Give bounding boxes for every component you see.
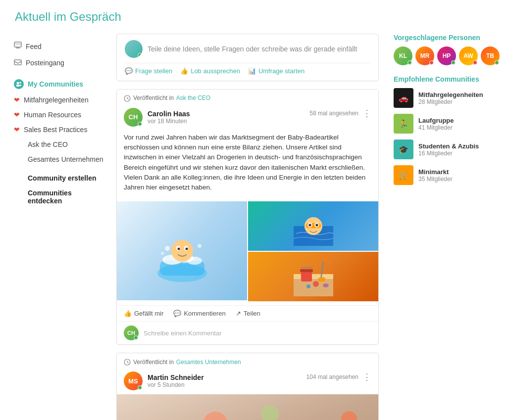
svg-point-21: [185, 248, 188, 250]
community-item-mitfahrgelegenheiten[interactable]: 🚗 Mitfahrgelegenheiten 28 Mitglieder: [394, 88, 488, 108]
share-icon-1: ↗: [236, 310, 241, 317]
like-button-1[interactable]: 👍 Gefällt mir: [124, 310, 163, 317]
sidebar-item-mitfahrgelegenheiten[interactable]: ❤ Mitfahrgelegenheiten: [10, 93, 109, 107]
post-views-1: 58 mal angesehen: [309, 110, 358, 117]
community-item-laufgruppe[interactable]: 🏃 Laufgruppe 41 Mitglieder: [394, 114, 488, 134]
community-item-minimarkt[interactable]: 🛒 Minimarkt 35 Mitglieder: [394, 165, 488, 185]
like-label-1: Gefällt mir: [134, 310, 163, 317]
person-dot-3: [451, 60, 456, 65]
post-avatar-dot-1: [138, 122, 142, 126]
page-title: Aktuell im Gespräch: [15, 10, 492, 24]
post-comment-row-1: CH Schreibe einen Kommentar: [117, 321, 378, 344]
community-members-3: 16 Mitglieder: [418, 150, 479, 157]
post-menu-button-2[interactable]: ⋮: [362, 372, 371, 382]
community-erstellen-label: Community erstellen: [28, 174, 96, 182]
post-actions-1: 👍 Gefällt mir 💬 Kommentieren ↗ Teilen: [117, 305, 378, 321]
composer-avatar-online-dot: [138, 53, 142, 57]
composer-action-lob[interactable]: 👍 Lob aussprechen: [180, 67, 240, 75]
svg-line-11: [127, 98, 129, 99]
comment-avatar-dot-1: [134, 335, 138, 340]
community-members-1: 28 Mitglieder: [418, 98, 483, 105]
recommended-communities-title: Empfohlene Communities: [394, 75, 488, 83]
community-thumb-2: 🏃: [394, 114, 413, 134]
mitfahrgelegenheiten-label: Mitfahrgelegenheiten: [24, 96, 89, 104]
sidebar-item-gesamtes-unternehmen[interactable]: Gesamtes Unternehmen: [10, 152, 109, 166]
chart-icon: 📊: [248, 67, 256, 75]
human-resources-label: Human Resources: [24, 111, 81, 119]
person-dot-1: [407, 60, 412, 65]
person-dot-5: [495, 60, 499, 65]
content-area: Teile deine Ideen, stelle Fragen oder sc…: [109, 34, 386, 420]
person-dot-2: [429, 60, 434, 65]
gesamtes-unternehmen-label: Gesamtes Unternehmen: [28, 155, 103, 163]
community-thumb-1: 🚗: [394, 88, 413, 108]
sidebar-item-my-communities[interactable]: My Communities: [10, 76, 109, 92]
post-images-1: [117, 201, 378, 301]
sidebar-item-posteingang[interactable]: Posteingang: [10, 55, 109, 70]
person-dot-4: [473, 60, 477, 65]
my-communities-label: My Communities: [28, 80, 83, 88]
svg-line-44: [127, 362, 129, 363]
community-name-1: Mitfahrgelegenheiten: [418, 91, 483, 98]
inbox-icon: [14, 58, 22, 67]
post-header-1: CH Carolin Haas vor 18 Minuten 58 mal an…: [117, 104, 378, 131]
sidebar-item-feed[interactable]: Feed: [10, 39, 109, 54]
post-menu-button-1[interactable]: ⋮: [362, 108, 371, 119]
sidebar: Feed Posteingang: [0, 34, 109, 420]
post-publish-icon-1: [124, 94, 131, 102]
svg-point-40: [306, 284, 310, 288]
post-author-name-1: Carolin Haas: [148, 110, 190, 118]
post-published-in-label-2: Veröffentlicht in: [133, 359, 174, 366]
composer-lob-label: Lob aussprechen: [191, 67, 240, 75]
post-image-baby: [117, 201, 247, 301]
community-name-2: Laufgruppe: [418, 117, 454, 124]
share-button-1[interactable]: ↗ Teilen: [236, 310, 260, 317]
sidebar-item-community-erstellen[interactable]: Community erstellen: [10, 171, 109, 185]
sidebar-item-sales-best-practices[interactable]: ❤ Sales Best Practices: [10, 123, 109, 137]
suggested-persons-section: Vorgeschlagene Personen KL MR HP: [394, 34, 488, 65]
post-image-pool: [248, 201, 378, 251]
sidebar-item-human-resources[interactable]: ❤ Human Resources: [10, 108, 109, 122]
recommended-communities-section: Empfohlene Communities 🚗 Mitfahrgelegenh…: [394, 75, 488, 185]
suggested-person-5[interactable]: TB: [481, 47, 500, 65]
svg-point-39: [313, 281, 319, 287]
svg-point-8: [19, 85, 22, 86]
comment-button-1[interactable]: 💬 Kommentieren: [173, 310, 226, 317]
community-members-4: 35 Mitglieder: [418, 176, 453, 183]
post-community-link-2[interactable]: Gesamtes Unternehmen: [176, 359, 241, 366]
community-item-studenten-azubis[interactable]: 🎓 Studenten & Azubis 16 Mitglieder: [394, 140, 488, 159]
share-label-1: Teilen: [244, 310, 260, 317]
svg-point-38: [318, 277, 326, 282]
composer-action-umfrage[interactable]: 📊 Umfrage starten: [248, 67, 304, 75]
svg-point-7: [16, 85, 20, 87]
composer-placeholder-text[interactable]: Teile deine Ideen, stelle Fragen oder sc…: [148, 45, 370, 53]
like-icon-1: 👍: [124, 310, 132, 317]
suggested-persons-list: KL MR HP AW: [394, 47, 488, 65]
comment-avatar-1: CH: [124, 326, 139, 340]
suggested-person-4[interactable]: AW: [459, 47, 478, 65]
suggested-persons-title: Vorgeschlagene Personen: [394, 34, 488, 42]
suggested-person-1[interactable]: KL: [394, 47, 412, 65]
post-publish-icon-2: [124, 358, 131, 366]
post-community-link-1[interactable]: Ask the CEO: [176, 94, 210, 101]
suggested-person-2[interactable]: MR: [415, 47, 434, 65]
svg-point-22: [165, 246, 170, 251]
svg-rect-33: [294, 274, 333, 279]
chat-icon: 💬: [125, 67, 133, 75]
svg-rect-35: [300, 269, 313, 272]
post-card-1: Veröffentlicht in Ask the CEO CH Carolin…: [116, 89, 379, 345]
post-avatar-1: CH: [124, 108, 143, 127]
sidebar-item-communities-entdecken[interactable]: Communities entdecken: [10, 186, 109, 208]
heart-icon-1: ❤: [14, 96, 20, 104]
svg-point-20: [177, 248, 180, 250]
svg-point-6: [19, 82, 21, 84]
comment-placeholder-1[interactable]: Schreibe einen Kommentar: [144, 329, 371, 337]
sidebar-item-ask-the-ceo[interactable]: Ask the CEO: [10, 138, 109, 151]
composer-action-frage[interactable]: 💬 Frage stellen: [125, 67, 172, 75]
post-image-toys: [248, 252, 378, 301]
svg-point-5: [17, 82, 19, 85]
community-name-3: Studenten & Azubis: [418, 142, 479, 150]
suggested-person-3[interactable]: HP: [437, 47, 456, 65]
feed-label: Feed: [26, 43, 42, 50]
post-video-thumbnail-2[interactable]: [117, 394, 378, 420]
